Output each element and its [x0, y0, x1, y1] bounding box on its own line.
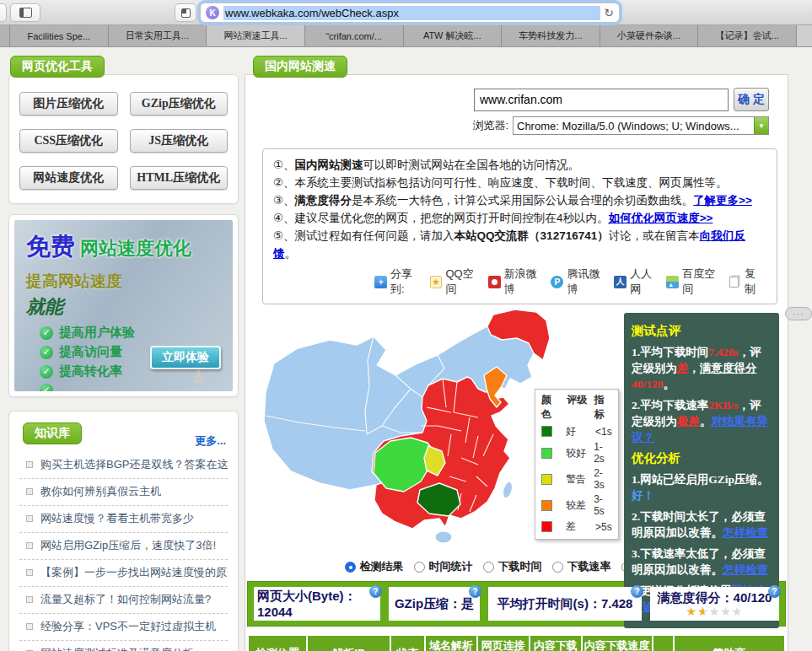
tab-xiaocai[interactable]: 小菜硬件杂谈... [600, 25, 699, 46]
col-download-time: 内容下载时间(s) [530, 635, 582, 651]
instructions-box: ①、国内网站测速可以即时测试网站在全国各地的访问情况。 ②、本系统主要测试指标包… [262, 148, 777, 304]
col-dns-time: 域名解析时间(s) [425, 635, 477, 651]
radio-download-time[interactable] [483, 562, 494, 573]
instruction-line-3: ③、满意度得分是本系统一大特色，计算公式采用国际公认最合理的余切函数曲线。了解更… [273, 191, 766, 209]
reload-icon[interactable]: ↻ [604, 6, 614, 19]
copy-icon[interactable] [729, 277, 739, 288]
baidu-space-icon[interactable] [666, 276, 679, 288]
sidebar-toggle-button[interactable] [10, 3, 40, 22]
review-title: 测试点评 [632, 323, 772, 339]
square-bullet-icon [26, 515, 33, 522]
tool-html-compress-button[interactable]: HTML压缩优化 [130, 166, 229, 190]
knowledge-item[interactable]: 【案例】一步一步找出网站速度慢的原因 [19, 560, 228, 587]
browser-toolbar: K www.webkaka.com/webCheck.aspx ↻ [0, 0, 812, 25]
tool-image-compress-button[interactable]: 图片压缩优化 [19, 92, 118, 116]
tab-facilities[interactable]: Facilities Spe... [10, 25, 109, 46]
share-sina-link[interactable]: 新浪微博 [504, 266, 548, 297]
province-hainan[interactable] [435, 531, 452, 543]
legend-swatch-warn [541, 474, 552, 485]
legend-swatch-better [541, 448, 552, 459]
province-taiwan[interactable] [502, 481, 514, 499]
stat-satisfaction: 满意度得分：40/120 ★★★★★★ ? [650, 587, 779, 621]
knowledge-box: 知识库 更多... 购买主机选择BGP还是双线？答案在这 教你如何辨别真假云主机… [8, 411, 239, 651]
help-icon[interactable]: ? [631, 585, 643, 598]
tab-bar: Facilities Spe... 日常实用工具... 网站测速工具... “c… [0, 25, 812, 47]
browser-select-label: 浏览器: [472, 118, 508, 133]
tab-atw[interactable]: ATW 解决眩... [404, 25, 503, 46]
share-tqq-link[interactable]: 腾讯微博 [567, 266, 610, 297]
renren-icon[interactable]: 人 [614, 276, 626, 288]
tab-cheshi[interactable]: 车势科技发力... [502, 25, 600, 46]
help-icon[interactable]: ? [369, 585, 382, 598]
ad-line1: 提高网站速度 [26, 271, 221, 293]
optimize-speed-link[interactable]: 如何优化网页速度>> [609, 212, 713, 224]
tencent-weibo-icon[interactable]: P [551, 276, 563, 288]
url-text[interactable]: www.webkaka.com/webCheck.aspx [223, 6, 600, 20]
help-icon[interactable]: ? [768, 585, 781, 598]
how-to-check-link[interactable]: 怎样检查 [723, 563, 768, 576]
share-label: 分享到: [390, 266, 427, 297]
knowledge-item[interactable]: 购买主机选择BGP还是双线？答案在这 [19, 452, 228, 479]
knowledge-item[interactable]: 教你如何辨别真假云主机 [19, 479, 228, 506]
ad-banner[interactable]: 免费 网站速度优化 提高网站速度 就能 ✓提高用户体验 ✓提高访问量 ✓提高转化… [14, 220, 233, 391]
tool-css-compress-button[interactable]: CSS压缩优化 [19, 129, 118, 153]
test-url-input[interactable] [474, 89, 729, 111]
radio-test-result[interactable] [345, 562, 356, 573]
square-bullet-icon [26, 488, 33, 495]
tab-jilu[interactable]: 【记录】尝试... [698, 25, 797, 46]
col-ip: 解析IP [307, 635, 390, 651]
scrollbar-thumb[interactable]: ··· [785, 307, 812, 320]
tab-crifan[interactable]: “crifan.com/... [305, 25, 404, 46]
tab-daily-tools[interactable]: 日常实用工具... [109, 25, 207, 46]
tool-js-compress-button[interactable]: JS压缩优化 [130, 129, 229, 153]
radio-time-stats[interactable] [414, 562, 425, 573]
knowledge-item[interactable]: 网站速度测试标准及满意度分析 [19, 641, 228, 651]
browser-select[interactable]: Chrome: Mozilla/5.0 (Windows; U; Windows… [513, 116, 769, 135]
col-more: ... [653, 635, 674, 651]
optimize-title: 优化分析 [632, 450, 772, 466]
partial-toolbar-button[interactable] [0, 3, 7, 22]
share-renren-link[interactable]: 人人网 [630, 266, 663, 297]
knowledge-list: 购买主机选择BGP还是双线？答案在这 教你如何辨别真假云主机 网站速度慢？看看主… [19, 452, 228, 651]
legend-swatch-good [541, 426, 552, 437]
sidebar-panel-icon [19, 8, 32, 18]
share-qzone-link[interactable]: QQ空间 [445, 266, 484, 297]
knowledge-item[interactable]: 流量又超标了！如何控制网站流量? [19, 587, 228, 614]
how-to-check-link[interactable]: 怎样检查 [723, 526, 768, 539]
submit-button[interactable]: 确 定 [734, 88, 769, 111]
select-arrow-icon[interactable]: ▼ [754, 117, 768, 134]
ad-cta-button[interactable]: 立即体验 [150, 346, 221, 369]
knowledge-item[interactable]: 网站速度慢？看看主机带宽多少 [19, 506, 228, 533]
table-header-row: 检测位置 解析IP 状态 域名解析时间(s) 网页连接时间(s) 内容下载时间(… [248, 635, 785, 651]
square-bullet-icon [26, 596, 33, 603]
address-bar[interactable]: K www.webkaka.com/webCheck.aspx ↻ [200, 3, 620, 23]
share-baidu-link[interactable]: 百度空间 [682, 266, 726, 297]
ad-title: 网站速度优化 [80, 236, 191, 261]
knowledge-item[interactable]: 网站启用GZip压缩后，速度快了3倍! [19, 533, 228, 560]
tab-partial[interactable] [0, 25, 10, 46]
main-area: 国内网站测速 确 定 浏览器: Chrome: Mozilla/5.0 (Win… [245, 56, 788, 651]
stat-gzip: GZip压缩：是 ? [389, 587, 480, 621]
tab-speed-tool[interactable]: 网站测速工具... [207, 25, 305, 46]
knowledge-item[interactable]: 经验分享：VPS不一定好过虚拟主机 [19, 614, 228, 641]
share-copy-link[interactable]: 复制 [745, 266, 766, 297]
ad-bullet: 提高访问量 [59, 344, 122, 360]
speedtest-section-title: 国内网站测速 [253, 56, 347, 78]
reader-view-button[interactable] [175, 3, 196, 22]
share-plus-icon[interactable]: ＋ [374, 276, 387, 288]
instruction-line-1: ①、国内网站测速可以即时测试网站在全国各地的访问情况。 [273, 156, 766, 174]
reader-icon [181, 8, 191, 18]
knowledge-more-link[interactable]: 更多... [195, 433, 226, 449]
sina-weibo-icon[interactable] [488, 276, 501, 288]
stat-open-time: 平均打开时间(s)：7.428 ? [488, 587, 642, 621]
qzone-icon[interactable]: ★ [430, 276, 443, 288]
col-status: 状态 [390, 635, 425, 651]
learn-more-link[interactable]: 了解更多>> [693, 194, 752, 207]
tool-gzip-compress-button[interactable]: GZip压缩优化 [130, 92, 229, 116]
radio-download-speed[interactable] [552, 562, 563, 573]
stat-page-size: 网页大小(Byte)：12044 ? [254, 587, 380, 621]
help-icon[interactable]: ? [469, 585, 481, 598]
star-rating: ★★★★★★ [686, 606, 744, 617]
ad-bullet: ... [59, 383, 75, 391]
tool-site-speed-button[interactable]: 网站速度优化 [19, 166, 118, 190]
